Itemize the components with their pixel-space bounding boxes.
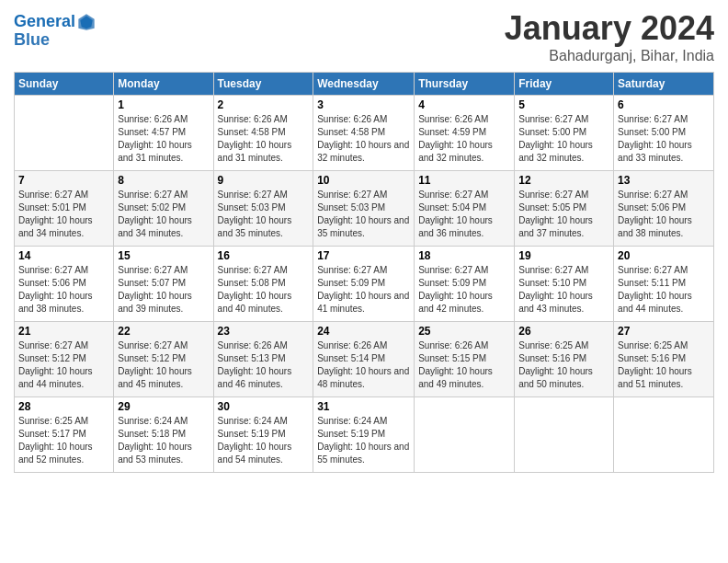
calendar-table: SundayMondayTuesdayWednesdayThursdayFrid… (14, 72, 714, 473)
column-header-friday: Friday (515, 73, 614, 96)
day-info: Sunrise: 6:27 AMSunset: 5:12 PMDaylight:… (18, 339, 109, 391)
day-info: Sunrise: 6:27 AMSunset: 5:12 PMDaylight:… (118, 339, 209, 391)
calendar-cell: 12Sunrise: 6:27 AMSunset: 5:05 PMDayligh… (515, 171, 614, 247)
calendar-cell: 21Sunrise: 6:27 AMSunset: 5:12 PMDayligh… (15, 322, 114, 397)
day-number: 31 (317, 400, 410, 413)
day-number: 18 (418, 249, 510, 262)
day-info: Sunrise: 6:25 AMSunset: 5:16 PMDaylight:… (518, 339, 609, 391)
day-number: 28 (18, 400, 109, 413)
day-number: 25 (418, 325, 510, 338)
location: Bahadurganj, Bihar, India (505, 48, 714, 64)
calendar-cell: 5Sunrise: 6:27 AMSunset: 5:00 PMDaylight… (515, 96, 614, 171)
column-header-wednesday: Wednesday (313, 73, 415, 96)
logo: General Blue (14, 13, 96, 50)
day-number: 21 (18, 325, 109, 338)
calendar-cell: 17Sunrise: 6:27 AMSunset: 5:09 PMDayligh… (313, 247, 415, 322)
calendar-cell: 4Sunrise: 6:26 AMSunset: 4:59 PMDaylight… (415, 96, 515, 171)
day-info: Sunrise: 6:26 AMSunset: 4:57 PMDaylight:… (118, 113, 209, 165)
day-number: 27 (618, 325, 710, 338)
day-info: Sunrise: 6:24 AMSunset: 5:19 PMDaylight:… (317, 415, 410, 466)
calendar-header-row: SundayMondayTuesdayWednesdayThursdayFrid… (15, 73, 714, 96)
column-header-tuesday: Tuesday (213, 73, 313, 96)
calendar-cell (515, 397, 614, 473)
logo-icon (77, 13, 96, 31)
calendar-cell: 3Sunrise: 6:26 AMSunset: 4:58 PMDaylight… (313, 96, 415, 171)
day-number: 13 (618, 174, 710, 187)
day-info: Sunrise: 6:27 AMSunset: 5:11 PMDaylight:… (618, 264, 710, 316)
day-info: Sunrise: 6:27 AMSunset: 5:03 PMDaylight:… (317, 189, 410, 240)
day-number: 1 (118, 98, 209, 111)
day-number: 4 (418, 98, 510, 111)
column-header-sunday: Sunday (15, 73, 114, 96)
day-info: Sunrise: 6:27 AMSunset: 5:02 PMDaylight:… (118, 189, 209, 240)
day-info: Sunrise: 6:27 AMSunset: 5:01 PMDaylight:… (18, 189, 109, 240)
calendar-cell: 7Sunrise: 6:27 AMSunset: 5:01 PMDaylight… (15, 171, 114, 247)
day-number: 16 (218, 249, 310, 262)
day-number: 19 (518, 249, 609, 262)
day-number: 20 (618, 249, 710, 262)
calendar-cell (15, 96, 114, 171)
calendar-cell: 1Sunrise: 6:26 AMSunset: 4:57 PMDaylight… (114, 96, 213, 171)
calendar-cell: 8Sunrise: 6:27 AMSunset: 5:02 PMDaylight… (114, 171, 213, 247)
calendar-cell (415, 397, 515, 473)
calendar-cell: 16Sunrise: 6:27 AMSunset: 5:08 PMDayligh… (213, 247, 313, 322)
day-number: 14 (18, 249, 109, 262)
day-info: Sunrise: 6:25 AMSunset: 5:17 PMDaylight:… (18, 415, 109, 466)
day-number: 3 (317, 98, 410, 111)
day-info: Sunrise: 6:27 AMSunset: 5:10 PMDaylight:… (518, 264, 609, 316)
week-row-1: 1Sunrise: 6:26 AMSunset: 4:57 PMDaylight… (15, 96, 714, 171)
day-info: Sunrise: 6:26 AMSunset: 4:59 PMDaylight:… (418, 113, 510, 165)
day-number: 9 (218, 174, 310, 187)
day-info: Sunrise: 6:26 AMSunset: 4:58 PMDaylight:… (317, 113, 410, 165)
day-number: 7 (18, 174, 109, 187)
calendar-cell: 31Sunrise: 6:24 AMSunset: 5:19 PMDayligh… (313, 397, 415, 473)
day-info: Sunrise: 6:26 AMSunset: 4:58 PMDaylight:… (218, 113, 310, 165)
day-number: 11 (418, 174, 510, 187)
day-number: 17 (317, 249, 410, 262)
column-header-monday: Monday (114, 73, 213, 96)
calendar-cell: 19Sunrise: 6:27 AMSunset: 5:10 PMDayligh… (515, 247, 614, 322)
day-info: Sunrise: 6:27 AMSunset: 5:04 PMDaylight:… (418, 189, 510, 240)
day-info: Sunrise: 6:27 AMSunset: 5:06 PMDaylight:… (18, 264, 109, 316)
week-row-2: 7Sunrise: 6:27 AMSunset: 5:01 PMDaylight… (15, 171, 714, 247)
day-number: 12 (518, 174, 609, 187)
calendar-cell (614, 397, 714, 473)
logo-blue-text: Blue (14, 31, 96, 50)
calendar-cell: 30Sunrise: 6:24 AMSunset: 5:19 PMDayligh… (213, 397, 313, 473)
day-info: Sunrise: 6:27 AMSunset: 5:06 PMDaylight:… (618, 189, 710, 240)
day-number: 26 (518, 325, 609, 338)
day-number: 15 (118, 249, 209, 262)
day-number: 23 (218, 325, 310, 338)
day-info: Sunrise: 6:27 AMSunset: 5:09 PMDaylight:… (418, 264, 510, 316)
day-info: Sunrise: 6:27 AMSunset: 5:07 PMDaylight:… (118, 264, 209, 316)
calendar-cell: 26Sunrise: 6:25 AMSunset: 5:16 PMDayligh… (515, 322, 614, 397)
day-info: Sunrise: 6:27 AMSunset: 5:05 PMDaylight:… (518, 189, 609, 240)
calendar-cell: 23Sunrise: 6:26 AMSunset: 5:13 PMDayligh… (213, 322, 313, 397)
day-info: Sunrise: 6:27 AMSunset: 5:09 PMDaylight:… (317, 264, 410, 316)
day-info: Sunrise: 6:26 AMSunset: 5:13 PMDaylight:… (218, 339, 310, 391)
calendar-cell: 18Sunrise: 6:27 AMSunset: 5:09 PMDayligh… (415, 247, 515, 322)
calendar-cell: 13Sunrise: 6:27 AMSunset: 5:06 PMDayligh… (614, 171, 714, 247)
day-info: Sunrise: 6:24 AMSunset: 5:19 PMDaylight:… (218, 415, 310, 466)
calendar-cell: 20Sunrise: 6:27 AMSunset: 5:11 PMDayligh… (614, 247, 714, 322)
title-block: January 2024 Bahadurganj, Bihar, India (505, 9, 714, 64)
calendar-cell: 10Sunrise: 6:27 AMSunset: 5:03 PMDayligh… (313, 171, 415, 247)
logo-text: General (14, 13, 75, 31)
day-info: Sunrise: 6:27 AMSunset: 5:08 PMDaylight:… (218, 264, 310, 316)
week-row-5: 28Sunrise: 6:25 AMSunset: 5:17 PMDayligh… (15, 397, 714, 473)
day-number: 22 (118, 325, 209, 338)
main-container: General Blue January 2024 Bahadurganj, B… (0, 0, 728, 563)
day-info: Sunrise: 6:27 AMSunset: 5:00 PMDaylight:… (518, 113, 609, 165)
calendar-cell: 22Sunrise: 6:27 AMSunset: 5:12 PMDayligh… (114, 322, 213, 397)
day-number: 29 (118, 400, 209, 413)
month-title: January 2024 (505, 9, 714, 48)
calendar-cell: 29Sunrise: 6:24 AMSunset: 5:18 PMDayligh… (114, 397, 213, 473)
day-info: Sunrise: 6:26 AMSunset: 5:15 PMDaylight:… (418, 339, 510, 391)
day-info: Sunrise: 6:24 AMSunset: 5:18 PMDaylight:… (118, 415, 209, 466)
calendar-cell: 9Sunrise: 6:27 AMSunset: 5:03 PMDaylight… (213, 171, 313, 247)
column-header-saturday: Saturday (614, 73, 714, 96)
day-number: 10 (317, 174, 410, 187)
day-number: 2 (218, 98, 310, 111)
calendar-cell: 2Sunrise: 6:26 AMSunset: 4:58 PMDaylight… (213, 96, 313, 171)
week-row-4: 21Sunrise: 6:27 AMSunset: 5:12 PMDayligh… (15, 322, 714, 397)
